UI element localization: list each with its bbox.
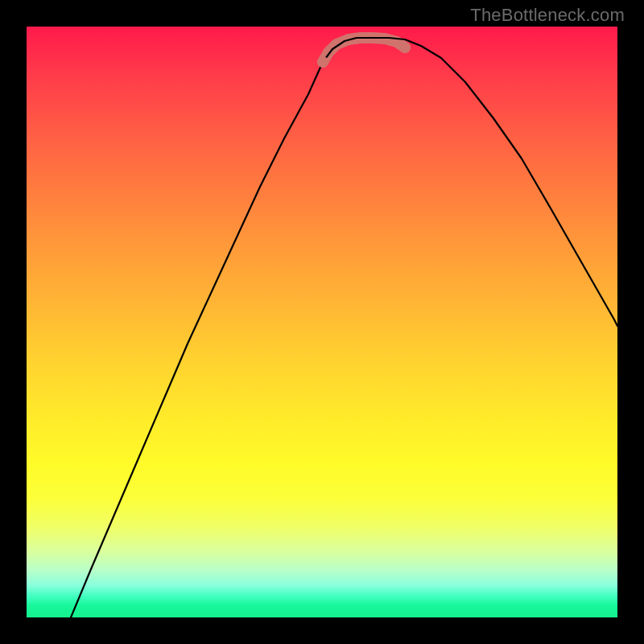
sweet-spot-band	[323, 38, 405, 62]
bottleneck-curve	[71, 38, 617, 617]
curve-layer	[27, 27, 617, 617]
band-end-left	[317, 56, 328, 68]
attribution-label: TheBottleneck.com	[470, 5, 625, 26]
chart-frame: TheBottleneck.com	[0, 0, 644, 644]
plot-area	[27, 27, 617, 617]
band-end-right	[399, 42, 411, 53]
